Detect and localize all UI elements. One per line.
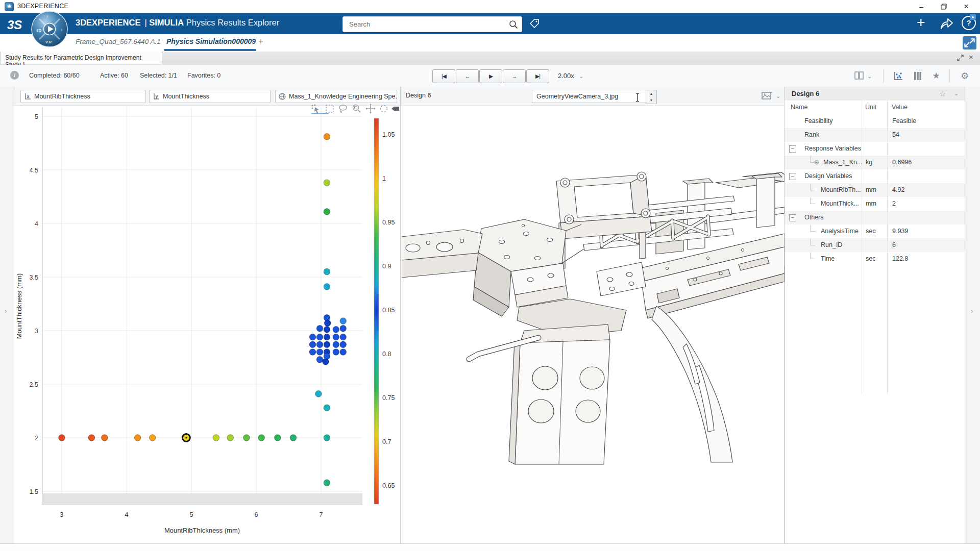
marquee-select-icon[interactable] — [325, 104, 335, 114]
scatter-point[interactable] — [324, 341, 330, 348]
design-details-caret-icon[interactable]: ⌄ — [954, 90, 959, 97]
tab-physics-simulation[interactable]: Physics Simulation000009 — [166, 37, 256, 45]
table-row[interactable]: MountRibTh...mm4.92 — [785, 183, 965, 197]
scatter-point[interactable] — [324, 268, 330, 275]
3dexperience-compass-icon[interactable]: 3D V.R y i — [31, 10, 68, 48]
scatter-point[interactable] — [213, 435, 219, 441]
restore-button[interactable] — [933, 0, 955, 13]
collapse-box-icon[interactable]: − — [789, 214, 796, 221]
step-forward-button[interactable]: → — [503, 69, 526, 83]
collapse-flag-icon[interactable] — [390, 104, 401, 114]
add-tab-button[interactable]: + — [258, 36, 263, 46]
info-icon[interactable]: i — [10, 71, 19, 80]
table-row[interactable]: FeasibilityFeasible — [785, 114, 965, 128]
scatter-point[interactable] — [275, 435, 281, 441]
scatter-point[interactable] — [150, 435, 156, 441]
table-row[interactable]: MountThick...mm2 — [785, 197, 965, 211]
scatter-point[interactable] — [316, 341, 323, 348]
scatter-point[interactable] — [324, 180, 330, 186]
share-icon[interactable] — [940, 17, 954, 30]
left-expand-chevron-icon[interactable]: › — [5, 307, 7, 315]
scatter-point[interactable] — [340, 318, 347, 324]
scatter-point[interactable] — [309, 334, 316, 340]
scatter-point[interactable] — [309, 349, 316, 356]
scatter-point[interactable] — [324, 435, 330, 441]
zoom-box-icon[interactable] — [352, 104, 362, 114]
scatter-point[interactable] — [290, 435, 297, 441]
scatter-point[interactable] — [243, 435, 250, 441]
design-star-icon[interactable]: ☆ — [939, 89, 946, 98]
tab-frame-quad[interactable]: Frame_Quad_567.6440 A.1 — [76, 38, 161, 45]
left-collapse-strip[interactable]: › — [0, 87, 14, 543]
table-row[interactable]: Run_ID6 — [785, 238, 965, 252]
pan-icon[interactable] — [365, 104, 376, 114]
scatter-plot[interactable]: 54.543.532.521.534567MountRibThickness (… — [14, 87, 400, 543]
scatter-point[interactable] — [333, 327, 339, 333]
study-results-tab[interactable]: Study Results for Parametric Design Impr… — [0, 52, 162, 64]
settings-gear-icon[interactable]: ⚙ — [960, 71, 970, 81]
scatter-point[interactable] — [324, 327, 330, 333]
split-view-caret-icon[interactable]: ⌄ — [867, 73, 872, 80]
scatter-point[interactable] — [309, 341, 316, 348]
play-button[interactable]: ▶ — [479, 69, 502, 83]
table-row[interactable]: Timesec122.8 — [785, 252, 965, 266]
scatter-point[interactable] — [340, 341, 347, 348]
scatter-point[interactable] — [324, 320, 331, 327]
scatter-point[interactable] — [324, 334, 330, 340]
close-study-icon[interactable]: × — [969, 53, 973, 61]
scatter-point[interactable] — [88, 435, 95, 441]
scatter-point[interactable] — [316, 334, 323, 340]
right-collapse-strip[interactable]: › — [965, 87, 980, 543]
spinner-up-icon[interactable]: ▲ — [646, 90, 656, 97]
scatter-point[interactable] — [340, 325, 347, 332]
scatter-point[interactable] — [227, 435, 234, 441]
maximize-panel-icon[interactable] — [957, 54, 964, 62]
scatter-point[interactable] — [340, 349, 347, 356]
scatter-point[interactable] — [258, 435, 265, 441]
speed-caret-icon[interactable]: ⌄ — [579, 73, 583, 80]
scatter-point[interactable] — [102, 435, 108, 441]
parallel-coordinates-icon[interactable] — [913, 71, 923, 81]
table-row[interactable]: AnalysisTimesec9.939 — [785, 224, 965, 238]
snapshot-image-icon[interactable]: + — [762, 91, 773, 101]
scatter-point[interactable] — [59, 435, 65, 441]
scatter-point[interactable] — [316, 325, 323, 332]
minimize-button[interactable]: – — [910, 0, 933, 13]
scatter-point[interactable] — [333, 349, 339, 356]
collapse-box-icon[interactable]: − — [789, 145, 796, 153]
table-row[interactable]: −Design Variables — [785, 169, 965, 183]
scatter-view-icon[interactable] — [893, 71, 903, 81]
search-icon[interactable] — [509, 20, 518, 29]
scatter-point[interactable] — [333, 334, 339, 340]
image-caret-icon[interactable]: ⌄ — [776, 93, 780, 99]
table-row[interactable]: −Response Variables — [785, 142, 965, 156]
favorites-star-icon[interactable]: ★ — [931, 71, 941, 81]
lasso-select-icon[interactable] — [338, 104, 348, 114]
close-button[interactable]: × — [955, 0, 977, 13]
right-expand-chevron-icon[interactable]: › — [971, 307, 973, 315]
scatter-point[interactable] — [324, 134, 330, 140]
fullscreen-widget-button[interactable] — [963, 36, 976, 49]
add-content-icon[interactable]: + — [917, 14, 925, 31]
collapse-box-icon[interactable]: − — [789, 173, 796, 180]
playback-speed[interactable]: 2.00x — [558, 72, 574, 80]
plot-range-band[interactable] — [42, 493, 362, 505]
scatter-point[interactable] — [333, 341, 339, 348]
scatter-point[interactable] — [324, 480, 330, 486]
scatter-point[interactable] — [324, 353, 330, 360]
scatter-point[interactable] — [324, 405, 330, 411]
scatter-point[interactable] — [324, 209, 330, 215]
scatter-point[interactable] — [316, 349, 323, 356]
scatter-point[interactable] — [315, 391, 322, 397]
table-row[interactable]: ⊕Mass_1_Kn...kg0.6996 — [785, 156, 965, 169]
table-row[interactable]: Rank54 — [785, 128, 965, 142]
select-points-icon[interactable] — [310, 104, 321, 114]
step-back-button[interactable]: ← — [456, 69, 479, 83]
search-input[interactable] — [348, 18, 503, 30]
scatter-point[interactable] — [316, 356, 323, 363]
table-row[interactable]: −Others — [785, 211, 965, 224]
tag-icon[interactable] — [528, 17, 541, 30]
3d-model-render[interactable] — [402, 100, 785, 543]
design-selector-label[interactable]: Design 6 — [406, 92, 431, 99]
help-icon[interactable]: ? ▲ — [962, 16, 976, 30]
